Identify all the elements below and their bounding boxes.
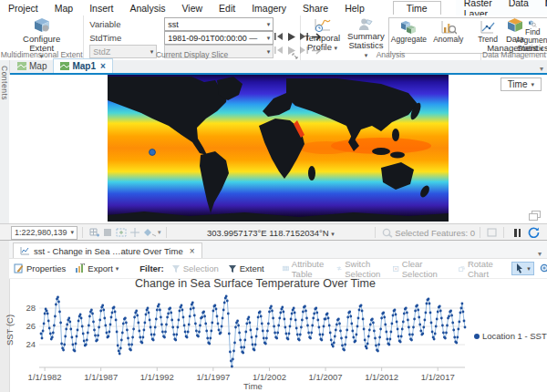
map-icon: [17, 62, 26, 70]
close-icon[interactable]: ×: [100, 61, 106, 71]
square-icon[interactable]: [103, 228, 112, 237]
attributes-window-icon[interactable]: [487, 228, 497, 237]
madagascar: [308, 166, 315, 181]
group-label: Data Management: [481, 50, 547, 59]
variable-combo[interactable]: sst▾: [164, 17, 274, 31]
sst-raster-map[interactable]: [108, 75, 449, 222]
data-management-cube-icon: [506, 17, 524, 34]
pointer-icon: [515, 263, 524, 273]
y-axis-label: SST (C): [5, 315, 15, 346]
filter-extent-button[interactable]: Extent: [224, 262, 268, 275]
close-icon[interactable]: ×: [190, 246, 195, 256]
map-view[interactable]: Time ▾: [9, 75, 547, 223]
variable-label: Variable: [89, 18, 120, 29]
map-time-button[interactable]: Time ▾: [501, 77, 542, 91]
tab-view[interactable]: View: [174, 1, 212, 15]
group-multidimensional-extent: Configure Extent ▾ Multidimensional Exte…: [0, 15, 84, 60]
warm-pool: [299, 141, 354, 154]
chart-pointer-mode-button[interactable]: ▾: [511, 262, 534, 275]
location-1-marker[interactable]: [150, 150, 156, 156]
grid-add-icon[interactable]: [89, 228, 99, 238]
group-analysis: Temporal Profile ▾ Summary Statistics ▾ …: [301, 15, 481, 60]
data-management-button[interactable]: Data Management ▾: [481, 15, 547, 54]
tab-imagery[interactable]: Imagery: [243, 1, 294, 15]
view-tab-bar: Map Map1 × ▾: [0, 60, 547, 75]
x-tick-label: 1/1/1997: [196, 372, 230, 382]
dialog-launcher-icon[interactable]: [292, 53, 298, 59]
stdtime-label: StdTime: [89, 32, 121, 43]
funnel-icon: [228, 264, 237, 273]
chevron-down-icon: ▾: [527, 265, 531, 273]
properties-icon: [14, 263, 24, 273]
temporal-profile-icon: [314, 17, 332, 33]
tab-share[interactable]: Share: [294, 1, 336, 15]
export-button[interactable]: Export ▾: [71, 262, 122, 275]
y-tick-label: 26: [26, 321, 36, 331]
new-guinea: [390, 152, 405, 159]
pause-drawing-icon[interactable]: [514, 229, 521, 237]
x-tick-label: 1/1/2017: [421, 372, 455, 382]
play-icon[interactable]: [284, 31, 297, 42]
crosshair-plus-icon[interactable]: [130, 228, 139, 237]
chevron-down-icon: ▾: [116, 265, 119, 273]
chart-tab-sst[interactable]: sst - Change in Sea …ature Over Time ×: [13, 242, 202, 258]
chart-tab-bar: sst - Change in Sea …ature Over Time × ▾: [9, 241, 547, 258]
legend-marker: [474, 334, 480, 339]
x-axis-label: Time: [243, 381, 263, 391]
popout-windows-icon[interactable]: [529, 211, 541, 221]
tab-project[interactable]: Project: [0, 1, 46, 15]
group-label: Current Display Slice: [84, 50, 300, 59]
x-tick-label: 1/1/2012: [365, 372, 398, 382]
chart-title: Change in Sea Surface Temperature Over T…: [0, 277, 511, 290]
anomaly-button[interactable]: Anomaly: [428, 18, 468, 53]
selected-features-count: Selected Features: 0: [395, 228, 475, 238]
selection-extent-icon[interactable]: [116, 228, 127, 237]
group-data-management: Data Management ▾ Data Management: [481, 15, 547, 60]
summary-statistics-icon: [356, 17, 375, 31]
chevron-down-icon: ▾: [331, 231, 335, 237]
tab-analysis[interactable]: Analysis: [121, 1, 173, 15]
filter-selection-button[interactable]: Selection: [168, 262, 222, 275]
cube-icon: [33, 17, 51, 34]
coordinates-readout[interactable]: 303.9957173°E 118.7152034°N ▾: [171, 228, 371, 238]
chart-zoom-in-button[interactable]: [536, 262, 547, 275]
chart-pane: sst - Change in Sea …ature Over Time × ▾…: [0, 240, 547, 392]
tab-map[interactable]: Map: [46, 1, 81, 15]
tab-help[interactable]: Help: [336, 1, 373, 15]
select-features-icon: [382, 228, 393, 238]
ribbon: Configure Extent ▾ Multidimensional Exte…: [0, 15, 547, 61]
y-tick-label: 28: [26, 303, 36, 313]
chart-icon: [20, 246, 30, 255]
aggregate-button[interactable]: Aggregate: [389, 18, 428, 53]
funnel-icon: [171, 264, 181, 273]
tab-insert[interactable]: Insert: [81, 1, 121, 15]
refresh-icon[interactable]: [528, 227, 540, 238]
navigator-icon[interactable]: [143, 228, 156, 237]
philippines: [392, 129, 399, 141]
aggregate-icon: [400, 20, 417, 35]
chevron-down-icon[interactable]: ▾: [158, 229, 161, 236]
skip-to-start-icon[interactable]: [272, 31, 284, 42]
export-icon: [75, 263, 85, 273]
map-scale-combo[interactable]: 1:222,980,139▾: [11, 226, 77, 240]
tab-overflow-chevron-icon[interactable]: ▾: [540, 65, 543, 73]
view-tab-map[interactable]: Map: [11, 59, 53, 73]
chevron-down-icon: ▾: [531, 81, 534, 88]
x-tick-label: 1/1/1982: [28, 372, 62, 382]
chevron-down-icon: ▾: [71, 229, 75, 236]
indonesia: [372, 148, 390, 155]
tab-time[interactable]: Time: [393, 1, 441, 15]
properties-button[interactable]: Properties: [10, 262, 69, 275]
zoom-in-icon: [540, 263, 547, 273]
tab-edit[interactable]: Edit: [211, 1, 243, 15]
group-label: Analysis: [301, 50, 480, 59]
view-tab-map1[interactable]: Map1 ×: [53, 58, 112, 73]
stdtime-combo[interactable]: 1981-09-01T00:00:00 —▾: [164, 31, 274, 45]
pane-menu-chevron-icon[interactable]: ▾: [538, 250, 542, 258]
x-tick-label: 1/1/1992: [140, 372, 174, 382]
map-status-bar: 1:222,980,139▾ ▾ 303.9957173°E 118.71520…: [0, 223, 547, 241]
sst-line-chart[interactable]: 2426281/1/19821/1/19871/1/19921/1/19971/…: [0, 291, 547, 392]
x-tick-label: 1/1/2007: [309, 372, 343, 382]
table-icon: [283, 264, 289, 273]
ribbon-tab-bar: Project Map Insert Analysis View Edit Im…: [0, 0, 547, 15]
